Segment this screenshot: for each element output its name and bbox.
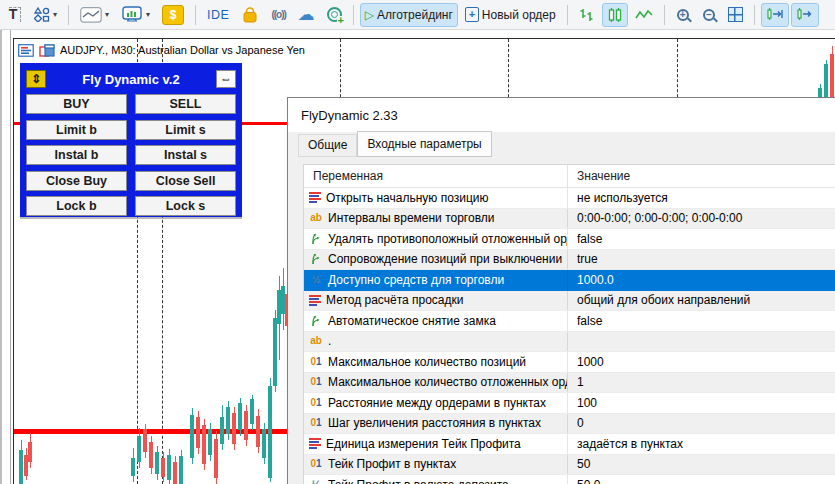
- param-name: Сопровождение позиций при выключении: [328, 252, 562, 266]
- candle: [268, 386, 272, 478]
- ide-button[interactable]: IDE: [202, 3, 234, 27]
- param-value[interactable]: общий для обоих направлений: [577, 293, 750, 307]
- param-row[interactable]: 01Максимальное количество позиций1000: [304, 352, 835, 373]
- param-row[interactable]: abИнтервалы времени торговли0:00-0:00; 0…: [304, 209, 835, 230]
- param-row[interactable]: Метод расчёта просадкиобщий для обоих на…: [304, 291, 835, 312]
- toolbar-separator: [664, 5, 665, 25]
- indicator-window-button[interactable]: ▾: [116, 3, 155, 27]
- param-row[interactable]: Сопровождение позиций при выключенииtrue: [304, 250, 835, 271]
- candle: [256, 416, 260, 447]
- bool-icon: [309, 315, 323, 327]
- candlestick-mode-button[interactable]: [602, 3, 628, 27]
- objects-tool-button[interactable]: ▾: [29, 3, 62, 27]
- lock-sell-button[interactable]: Lock s: [135, 196, 236, 216]
- param-row[interactable]: ab.: [304, 332, 835, 353]
- zoom-out-button[interactable]: –: [697, 3, 721, 27]
- limit-sell-button[interactable]: Limit s: [135, 120, 236, 140]
- param-value[interactable]: 1000.0: [577, 273, 614, 287]
- zoom-out-icon: –: [703, 9, 715, 21]
- tile-windows-button[interactable]: [723, 3, 748, 27]
- integer-icon: 01: [309, 458, 323, 470]
- algotrading-button[interactable]: ▷ Алготрейдинг: [360, 3, 458, 27]
- toolbar-separator: [353, 5, 354, 25]
- candle: [818, 88, 822, 97]
- string-icon: ab: [309, 212, 323, 224]
- param-value[interactable]: 0:00-0:00; 0:00-0:00; 0:00-0:00: [577, 211, 742, 225]
- text-label-tool-button[interactable]: T: [3, 3, 27, 27]
- param-name: Метод расчёта просадки: [326, 293, 464, 307]
- new-order-button[interactable]: + Новый ордер: [460, 3, 561, 27]
- candle: [167, 455, 171, 480]
- param-row[interactable]: 01Шаг увеличения расстояния в пунктах0: [304, 414, 835, 435]
- param-name: Тейк Профит в валюте депозита: [328, 478, 509, 484]
- play-icon: ▷: [365, 9, 374, 21]
- lock-buy-button[interactable]: Lock b: [26, 196, 127, 216]
- line-chart-icon: [635, 8, 653, 22]
- param-value[interactable]: 100: [577, 396, 597, 410]
- cloud-icon: ☁: [298, 6, 315, 23]
- currency-button[interactable]: $: [157, 3, 189, 27]
- indicator-line-button[interactable]: ▾: [75, 3, 114, 27]
- candle: [155, 452, 159, 474]
- param-value[interactable]: 1: [577, 375, 584, 389]
- bar-chart-icon: [579, 7, 595, 23]
- param-row[interactable]: Удалять противоположный отложенный ордер…: [304, 229, 835, 250]
- panel-collapse-button[interactable]: ⇔: [216, 70, 236, 88]
- param-value[interactable]: 50: [577, 457, 590, 471]
- vps-button[interactable]: [322, 3, 347, 27]
- auto-scroll-button[interactable]: [761, 3, 789, 27]
- dialog-tabs: Общие Входные параметры: [298, 134, 492, 157]
- panel-move-button[interactable]: ⇕: [26, 70, 46, 88]
- close-sell-button[interactable]: Close Sell: [135, 171, 236, 191]
- integer-icon: 01: [309, 356, 323, 368]
- param-value[interactable]: false: [577, 314, 602, 328]
- line-chart-mode-button[interactable]: [630, 3, 658, 27]
- expert-settings-dialog: FlyDynamic 2.33 Общие Входные параметры …: [287, 97, 835, 484]
- one-click-trading-icon[interactable]: [39, 44, 55, 57]
- param-row[interactable]: 01Максимальное количество отложенных орд…: [304, 373, 835, 394]
- instal-buy-button[interactable]: Instal b: [26, 145, 127, 165]
- depth-of-market-icon[interactable]: [18, 44, 34, 57]
- ide-icon: IDE: [207, 8, 229, 22]
- param-row[interactable]: Единица измерения Тейк Профитазадаётся в…: [304, 434, 835, 455]
- cloud-button[interactable]: ☁: [293, 3, 320, 27]
- zoom-in-button[interactable]: +: [671, 3, 695, 27]
- close-buy-button[interactable]: Close Buy: [26, 171, 127, 191]
- candle: [262, 429, 266, 458]
- candle: [244, 411, 248, 440]
- parameters-table: Переменная Значение Открыть начальную по…: [303, 164, 835, 484]
- param-row[interactable]: ½Доступно средств для торговли1000.0: [304, 270, 835, 291]
- candle: [208, 429, 212, 455]
- param-value[interactable]: 50.0: [577, 478, 600, 484]
- market-bag-icon: [241, 6, 259, 24]
- instal-sell-button[interactable]: Instal s: [135, 145, 236, 165]
- param-row[interactable]: 01Расстояние между ордерами в пунктах100: [304, 393, 835, 414]
- bar-chart-mode-button[interactable]: [574, 3, 600, 27]
- signals-button[interactable]: ((o)): [266, 3, 290, 27]
- param-value[interactable]: true: [577, 252, 598, 266]
- tab-inputs[interactable]: Входные параметры: [357, 131, 491, 157]
- chart-shift-button[interactable]: [791, 3, 819, 27]
- fly-panel-header: ⇕ Fly Dynamic v.2 ⇔: [26, 67, 236, 91]
- param-row[interactable]: ½Тейк Профит в валюте депозита50.0: [304, 475, 835, 484]
- param-row[interactable]: Открыть начальную позициюне используется: [304, 188, 835, 209]
- window-left-gutter: [0, 30, 13, 484]
- param-value[interactable]: 0: [577, 416, 584, 430]
- buy-button[interactable]: BUY: [26, 94, 127, 114]
- limit-buy-button[interactable]: Limit b: [26, 120, 127, 140]
- main-toolbar: T ▾ ▾: [0, 0, 835, 30]
- param-row[interactable]: Автоматическое снятие замкаfalse: [304, 311, 835, 332]
- param-value[interactable]: не используется: [577, 191, 668, 205]
- param-value[interactable]: false: [577, 232, 602, 246]
- market-button[interactable]: [236, 3, 264, 27]
- param-value[interactable]: 1000: [577, 355, 604, 369]
- tab-common[interactable]: Общие: [298, 134, 357, 157]
- candle: [214, 439, 218, 478]
- param-value[interactable]: задаётся в пунктах: [577, 437, 683, 451]
- algotrading-label: Алготрейдинг: [377, 8, 453, 22]
- enum-icon: [309, 438, 321, 449]
- param-name: Открыть начальную позицию: [326, 191, 488, 205]
- sell-button[interactable]: SELL: [135, 94, 236, 114]
- param-name: Расстояние между ордерами в пунктах: [328, 396, 546, 410]
- param-row[interactable]: 01Тейк Профит в пунктах50: [304, 455, 835, 476]
